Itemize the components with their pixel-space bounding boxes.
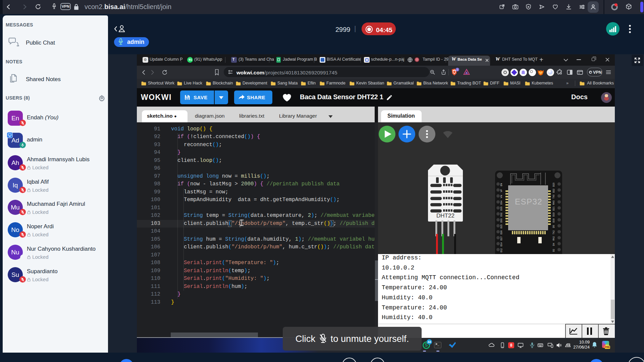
svg-text:DHT22: DHT22 [436, 213, 454, 219]
svg-text:D23: D23 [552, 183, 555, 187]
svg-text:RX0: RX0 [552, 200, 555, 205]
svg-text:D5: D5 [552, 225, 555, 228]
svg-text:D35: D35 [500, 206, 502, 210]
svg-text:VN: VN [500, 195, 502, 198]
svg-text:D14: D14 [500, 242, 502, 246]
svg-text:D25: D25 [500, 224, 502, 228]
svg-text:D21: D21 [552, 206, 555, 210]
svg-text:TX0: TX0 [552, 194, 555, 198]
svg-text:D4: D4 [552, 243, 555, 246]
svg-text:D18: D18 [552, 218, 555, 222]
svg-text:D33: D33 [500, 218, 502, 222]
svg-text:D2: D2 [552, 249, 555, 252]
svg-text:ESP32: ESP32 [515, 197, 542, 206]
svg-text:EN: EN [500, 183, 502, 186]
svg-text:D34: D34 [500, 200, 502, 204]
svg-text:D19: D19 [552, 213, 555, 217]
svg-text:TX2: TX2 [552, 230, 555, 234]
svg-text:RX2: RX2 [552, 236, 555, 240]
svg-text:D22: D22 [552, 188, 555, 192]
svg-text:D32: D32 [500, 213, 502, 217]
svg-text:VP: VP [500, 189, 502, 192]
svg-text:D27: D27 [500, 236, 502, 240]
svg-text:D26: D26 [500, 230, 502, 234]
svg-text:D12: D12 [500, 248, 502, 252]
